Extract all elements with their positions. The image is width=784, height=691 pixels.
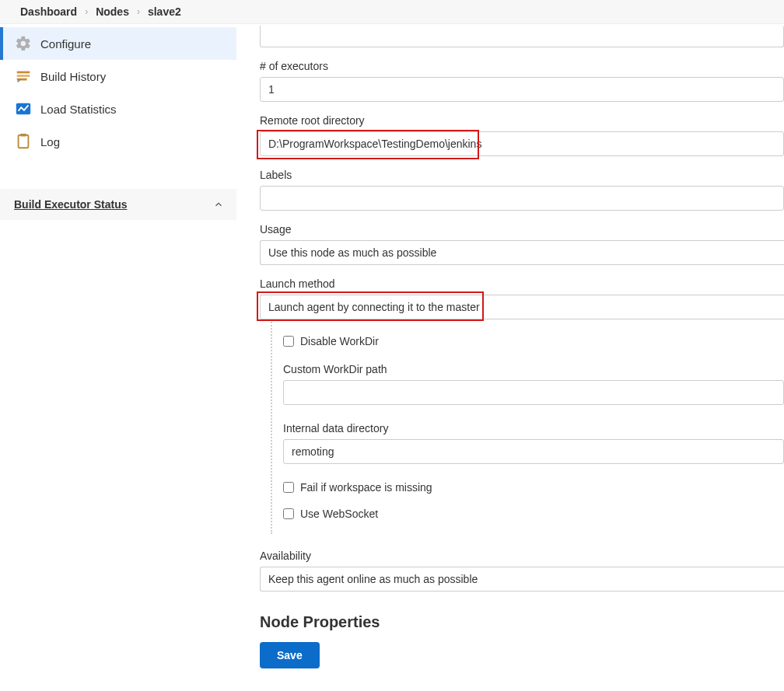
svg-rect-1 bbox=[17, 75, 30, 77]
availability-select-value: Keep this agent online as much as possib… bbox=[268, 573, 478, 585]
launch-method-select[interactable]: Launch agent by connecting it to the mas… bbox=[260, 295, 784, 319]
usage-select-value: Use this node as much as possible bbox=[268, 246, 436, 259]
stats-icon bbox=[14, 99, 33, 118]
custom-workdir-input[interactable] bbox=[283, 380, 784, 405]
sidebar-item-label: Build History bbox=[40, 70, 106, 83]
name-or-prev-field[interactable] bbox=[260, 26, 784, 47]
sidebar-item-configure[interactable]: Configure bbox=[0, 27, 236, 60]
fail-if-missing-checkbox[interactable] bbox=[283, 482, 294, 493]
disable-workdir-checkbox[interactable] bbox=[283, 336, 294, 347]
labels-input[interactable] bbox=[260, 186, 784, 211]
use-websocket-checkbox[interactable] bbox=[283, 508, 294, 519]
fail-if-missing-label: Fail if workspace is missing bbox=[300, 481, 432, 494]
build-executor-status-header[interactable]: Build Executor Status bbox=[0, 189, 236, 220]
launch-method-select-value: Launch agent by connecting it to the mas… bbox=[268, 301, 480, 313]
node-properties-heading: Node Properties bbox=[260, 613, 784, 631]
use-websocket-label: Use WebSocket bbox=[300, 508, 378, 520]
sidebar-item-log[interactable]: Log bbox=[0, 125, 236, 158]
labels-label: Labels bbox=[260, 169, 784, 181]
usage-select[interactable]: Use this node as much as possible bbox=[260, 240, 784, 265]
custom-workdir-label: Custom WorkDir path bbox=[283, 363, 784, 375]
breadcrumb-dashboard[interactable]: Dashboard bbox=[14, 5, 83, 18]
sidebar-item-label: Load Statistics bbox=[40, 103, 117, 116]
breadcrumb-sep-icon: › bbox=[83, 6, 89, 17]
availability-select[interactable]: Keep this agent online as much as possib… bbox=[260, 567, 784, 592]
sidebar: Configure Build History Load Statistics … bbox=[0, 24, 236, 668]
breadcrumbs: Dashboard › Nodes › slave2 bbox=[0, 0, 784, 24]
save-button[interactable]: Save bbox=[260, 642, 320, 668]
svg-rect-5 bbox=[20, 134, 26, 137]
gear-icon bbox=[14, 34, 33, 53]
availability-label: Availability bbox=[260, 550, 784, 562]
breadcrumb-nodes[interactable]: Nodes bbox=[89, 5, 135, 18]
executors-label: # of executors bbox=[260, 60, 784, 72]
chevron-up-icon bbox=[213, 199, 224, 210]
internal-data-label: Internal data directory bbox=[283, 422, 784, 434]
main-content: # of executors Remote root directory Lab… bbox=[236, 24, 784, 668]
svg-rect-0 bbox=[17, 72, 30, 74]
clipboard-icon bbox=[14, 132, 33, 151]
build-executor-status-label: Build Executor Status bbox=[14, 198, 127, 211]
remote-root-label: Remote root directory bbox=[260, 114, 784, 127]
launch-method-label: Launch method bbox=[260, 277, 784, 290]
remote-root-input[interactable] bbox=[260, 131, 784, 156]
usage-label: Usage bbox=[260, 223, 784, 236]
sidebar-item-build-history[interactable]: Build History bbox=[0, 60, 236, 92]
svg-rect-4 bbox=[19, 135, 29, 148]
breadcrumb-slave2[interactable]: slave2 bbox=[142, 5, 187, 18]
internal-data-input[interactable] bbox=[283, 439, 784, 464]
executors-input[interactable] bbox=[260, 77, 784, 102]
history-icon bbox=[14, 67, 33, 86]
sidebar-item-load-statistics[interactable]: Load Statistics bbox=[0, 92, 236, 125]
sidebar-item-label: Configure bbox=[40, 37, 91, 51]
disable-workdir-label: Disable WorkDir bbox=[300, 335, 379, 347]
launch-method-nested-panel: Disable WorkDir Custom WorkDir path Inte… bbox=[271, 319, 784, 534]
breadcrumb-sep-icon: › bbox=[135, 6, 142, 17]
sidebar-item-label: Log bbox=[40, 135, 60, 148]
